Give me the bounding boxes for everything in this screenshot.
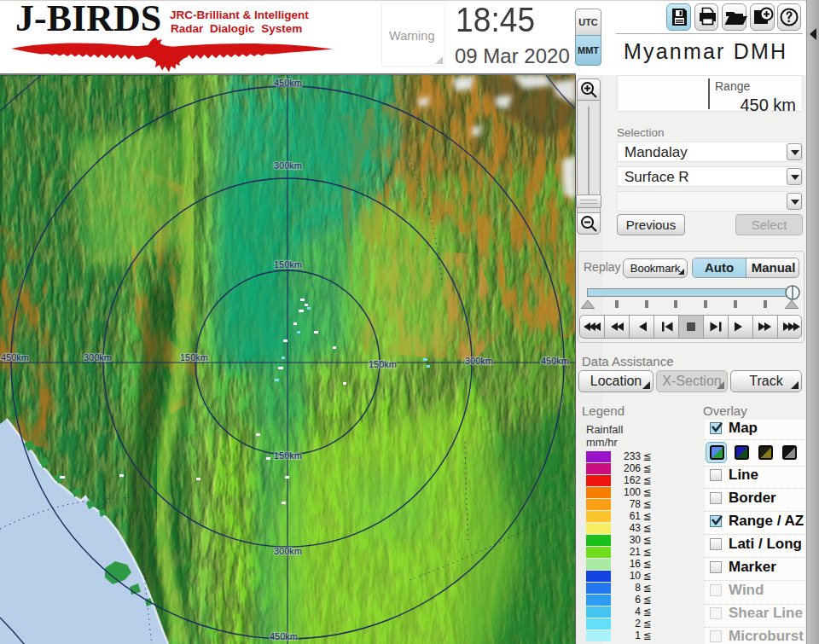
svg-text:300km: 300km <box>274 546 302 556</box>
svg-text:150km: 150km <box>369 359 397 369</box>
svg-text:450km: 450km <box>541 356 569 366</box>
svg-text:300km: 300km <box>84 352 112 363</box>
svg-text:300km: 300km <box>465 356 493 366</box>
svg-text:300km: 300km <box>274 160 302 171</box>
svg-text:450km: 450km <box>274 78 302 88</box>
svg-text:450km: 450km <box>270 631 298 641</box>
svg-text:150km: 150km <box>274 450 302 461</box>
svg-text:150km: 150km <box>180 352 208 363</box>
svg-text:450km: 450km <box>1 352 29 363</box>
svg-text:150km: 150km <box>274 259 302 270</box>
